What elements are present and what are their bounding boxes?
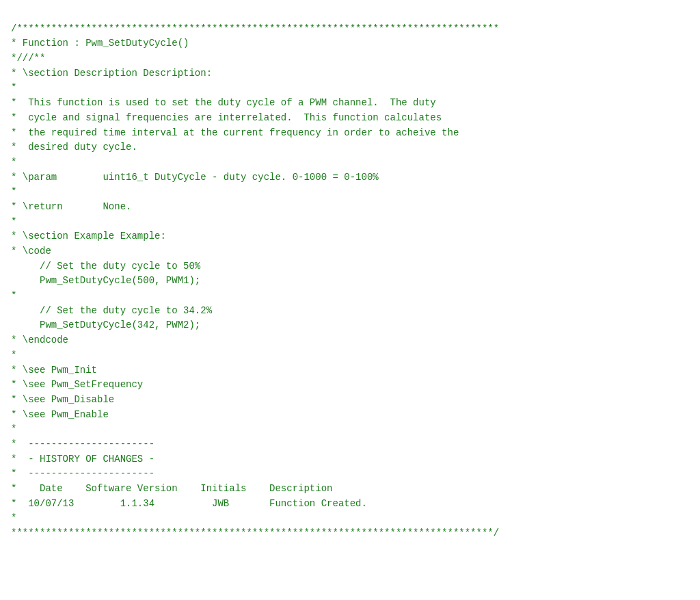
code-line: * ---------------------- — [11, 437, 689, 452]
code-line: * \see Pwm_SetFrequency — [11, 378, 689, 393]
code-line: * cycle and signal frequencies are inter… — [11, 111, 689, 126]
code-line: * \code — [11, 244, 689, 259]
code-line: * \endcode — [11, 333, 689, 348]
code-line: * — [11, 511, 689, 526]
code-line: * the required time interval at the curr… — [11, 126, 689, 141]
code-line: * — [11, 155, 689, 170]
code-line: // Set the duty cycle to 50% — [11, 259, 689, 274]
code-line: * ---------------------- — [11, 467, 689, 482]
code-line: * — [11, 289, 689, 304]
code-line: * 10/07/13 1.1.34 JWB Function Created. — [11, 497, 689, 512]
code-line: * — [11, 185, 689, 200]
code-line: /***************************************… — [11, 22, 689, 37]
code-line: * \section Description Description: — [11, 66, 689, 81]
code-line: * — [11, 422, 689, 437]
code-line: * \return None. — [11, 200, 689, 215]
code-comment-block: /***************************************… — [11, 7, 689, 541]
code-line: * This function is used to set the duty … — [11, 96, 689, 111]
code-line: * \section Example Example: — [11, 229, 689, 244]
code-line: * desired duty cycle. — [11, 140, 689, 155]
code-line: Pwm_SetDutyCycle(500, PWM1); — [11, 274, 689, 289]
code-line: * - HISTORY OF CHANGES - — [11, 452, 689, 467]
code-line: * — [11, 348, 689, 363]
code-line: * \param uint16_t DutyCycle - duty cycle… — [11, 170, 689, 185]
code-line: * — [11, 81, 689, 96]
code-line: * Function : Pwm_SetDutyCycle() — [11, 36, 689, 51]
code-line: * \see Pwm_Init — [11, 363, 689, 378]
code-line: * \see Pwm_Enable — [11, 408, 689, 423]
code-line: * — [11, 215, 689, 230]
code-line: *///** — [11, 51, 689, 66]
code-line: Pwm_SetDutyCycle(342, PWM2); — [11, 318, 689, 333]
code-line: * Date Software Version Initials Descrip… — [11, 482, 689, 497]
code-line: ****************************************… — [11, 526, 689, 541]
code-line: // Set the duty cycle to 34.2% — [11, 304, 689, 319]
code-line: * \see Pwm_Disable — [11, 393, 689, 408]
